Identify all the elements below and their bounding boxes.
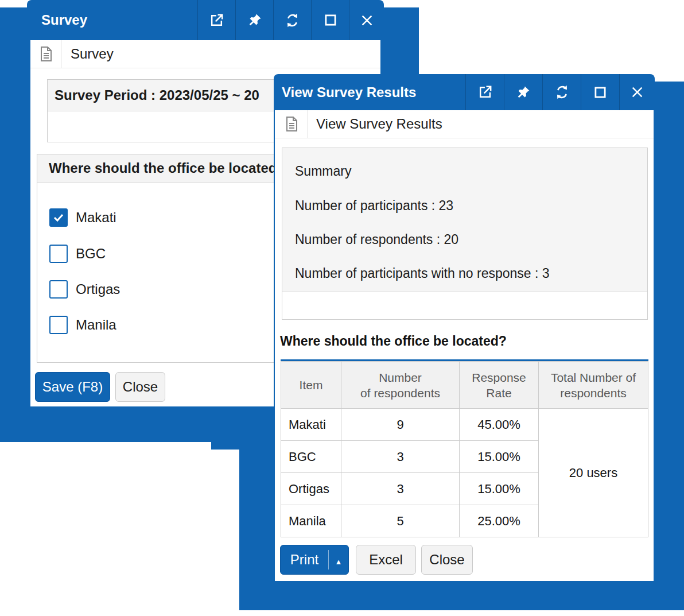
results-dialog-title: View Survey Results xyxy=(274,74,416,110)
refresh-icon xyxy=(554,84,570,100)
results-page-title: View Survey Results xyxy=(308,110,442,138)
print-dropdown-toggle[interactable]: ▲ xyxy=(329,552,348,568)
summary-empty-box xyxy=(282,292,648,320)
col-total-respondents: Total Number of respondents xyxy=(539,362,648,409)
option-label[interactable]: Ortigas xyxy=(76,281,120,297)
popout-button[interactable] xyxy=(197,0,235,40)
check-icon xyxy=(52,211,65,224)
refresh-button[interactable] xyxy=(542,74,581,110)
cell-item: Makati xyxy=(281,409,341,441)
results-page-header: View Survey Results xyxy=(275,110,654,138)
pin-icon xyxy=(516,85,531,100)
survey-close-button[interactable]: Close xyxy=(115,372,165,402)
document-icon-box xyxy=(30,40,61,68)
refresh-icon xyxy=(285,13,300,28)
summary-no-response: Number of participants with no response … xyxy=(295,264,550,282)
cell-rate: 25.00% xyxy=(460,505,539,537)
screen: Survey xyxy=(0,0,684,616)
view-results-dialog: View Survey Results xyxy=(274,74,655,581)
close-button[interactable] xyxy=(619,74,655,110)
checkbox-makati[interactable] xyxy=(49,208,68,227)
cell-item: Ortigas xyxy=(281,473,341,505)
option-row-makati[interactable]: Makati xyxy=(49,208,116,227)
checkbox-manila[interactable] xyxy=(49,316,68,334)
table-header-row: Item Number of respondents Response Rate… xyxy=(281,362,648,409)
save-button[interactable]: Save (F8) xyxy=(35,372,110,402)
summary-respondents: Number of respondents : 20 xyxy=(295,230,458,249)
document-icon xyxy=(285,116,298,132)
option-label[interactable]: Makati xyxy=(76,210,116,226)
cell-rate: 15.00% xyxy=(460,473,539,505)
cell-item: BGC xyxy=(281,441,341,473)
maximize-icon xyxy=(323,13,338,28)
results-table: Item Number of respondents Response Rate… xyxy=(281,361,648,537)
cell-total-users: 20 users xyxy=(539,409,648,537)
close-button[interactable] xyxy=(349,0,384,40)
col-item: Item xyxy=(281,362,341,409)
survey-page-header: Survey xyxy=(30,40,380,68)
maximize-icon xyxy=(593,85,608,100)
results-titlebar: View Survey Results xyxy=(274,74,655,110)
cell-respondents: 3 xyxy=(341,473,460,505)
maximize-button[interactable] xyxy=(581,74,619,110)
close-icon xyxy=(359,13,375,28)
summary-participants: Number of participants : 23 xyxy=(295,196,453,215)
table-row: Makati 9 45.00% 20 users xyxy=(281,409,648,441)
cell-respondents: 5 xyxy=(341,505,460,537)
results-close-button[interactable]: Close xyxy=(421,545,473,575)
cell-respondents: 9 xyxy=(341,409,460,441)
col-respondents: Number of respondents xyxy=(341,362,460,409)
external-link-icon xyxy=(209,13,224,28)
caret-up-icon: ▲ xyxy=(335,557,343,566)
pin-button[interactable] xyxy=(235,0,273,40)
pin-button[interactable] xyxy=(504,74,542,110)
col-response-rate: Response Rate xyxy=(460,362,539,409)
popout-button[interactable] xyxy=(465,74,504,110)
results-table-wrap: Item Number of respondents Response Rate… xyxy=(281,359,648,537)
excel-button[interactable]: Excel xyxy=(356,545,416,575)
summary-heading: Summary xyxy=(295,162,351,180)
document-icon-box xyxy=(275,110,308,138)
survey-titlebar: Survey xyxy=(27,0,384,40)
checkbox-bgc[interactable] xyxy=(49,245,68,263)
option-row-ortigas[interactable]: Ortigas xyxy=(49,280,120,299)
close-icon xyxy=(629,84,645,100)
cell-respondents: 3 xyxy=(341,441,460,473)
option-label[interactable]: BGC xyxy=(76,246,106,262)
summary-box: Summary Number of participants : 23 Numb… xyxy=(282,148,648,292)
print-button-label: Print xyxy=(281,552,328,568)
cell-rate: 15.00% xyxy=(460,441,539,473)
survey-page-title: Survey xyxy=(61,40,114,68)
document-icon xyxy=(39,46,53,62)
checkbox-ortigas[interactable] xyxy=(49,280,68,299)
maximize-button[interactable] xyxy=(311,0,349,40)
print-button[interactable]: Print ▲ xyxy=(280,545,349,575)
option-label[interactable]: Manila xyxy=(76,317,116,333)
pin-icon xyxy=(247,13,262,28)
refresh-button[interactable] xyxy=(273,0,311,40)
results-question-heading: Where should the office be located? xyxy=(280,334,507,349)
survey-dialog-title: Survey xyxy=(27,0,87,40)
option-row-manila[interactable]: Manila xyxy=(49,316,116,334)
results-dialog-body: View Survey Results Summary Number of pa… xyxy=(275,110,654,581)
external-link-icon xyxy=(477,84,493,100)
option-row-bgc[interactable]: BGC xyxy=(49,245,106,263)
cell-rate: 45.00% xyxy=(460,409,539,441)
cell-item: Manila xyxy=(281,505,341,537)
